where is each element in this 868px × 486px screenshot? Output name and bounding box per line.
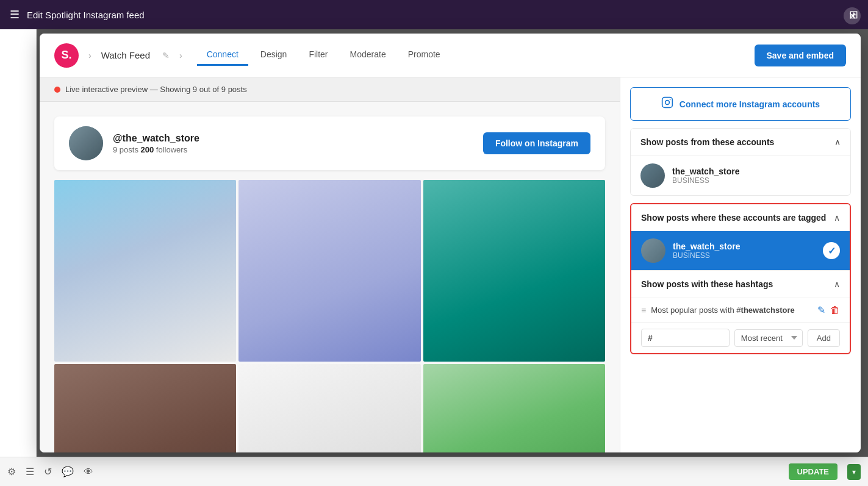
sidebar	[0, 29, 37, 457]
edit-hashtag-icon[interactable]: ✎	[817, 304, 825, 316]
account-username: @the_watch_store	[113, 133, 483, 144]
top-bar: ☰ Edit Spotlight Instagram feed ⊞	[0, 0, 868, 29]
photo-watch-hand	[239, 364, 420, 452]
history-icon[interactable]: ↺	[44, 466, 52, 477]
photo-hand-water	[423, 180, 605, 362]
check-circle-icon: ✓	[823, 242, 840, 259]
tab-promote[interactable]: Promote	[398, 45, 450, 66]
photo-cell-5	[239, 364, 420, 452]
account-header: @the_watch_store 9 posts 200 followers F…	[54, 116, 605, 170]
right-panel: Connect more Instagram accounts Show pos…	[620, 77, 861, 452]
layers-icon[interactable]: ☰	[26, 466, 34, 477]
tab-design[interactable]: Design	[251, 45, 297, 66]
edit-feed-name-icon[interactable]: ✎	[162, 51, 170, 60]
account-info: @the_watch_store 9 posts 200 followers	[113, 133, 483, 154]
live-preview-text: Live interactive preview — Showing 9 out…	[65, 85, 247, 94]
preview-pane: Live interactive preview — Showing 9 out…	[40, 77, 620, 452]
account-item-tagged-selected[interactable]: the_watch_store BUSINESS ✓	[631, 231, 850, 270]
connect-accounts-label: Connect more Instagram accounts	[680, 99, 820, 109]
account-item-name-from: the_watch_store	[672, 166, 841, 176]
account-item-info-tagged: the_watch_store BUSINESS	[673, 241, 816, 260]
show-posts-tagged-header[interactable]: Show posts where these accounts are tagg…	[631, 204, 850, 231]
bottom-bar: ⚙ ☰ ↺ 💬 👁 UPDATE ▾	[0, 457, 868, 486]
brand-logo: S.	[54, 43, 79, 68]
account-avatar	[69, 126, 103, 160]
account-item-info-from: the_watch_store BUSINESS	[672, 166, 841, 185]
follow-instagram-button[interactable]: Follow on Instagram	[483, 132, 590, 154]
svg-rect-0	[662, 98, 673, 108]
tab-moderate[interactable]: Moderate	[340, 45, 396, 66]
account-item-avatar-tagged	[641, 238, 665, 263]
account-item-from: the_watch_store BUSINESS	[631, 155, 850, 195]
show-posts-from-chevron: ∧	[834, 137, 841, 147]
hashtag-tag: thewatchstore	[741, 306, 795, 315]
account-item-type-from: BUSINESS	[672, 176, 841, 185]
breadcrumb-arrow-2: ›	[179, 51, 182, 60]
show-posts-from-header[interactable]: Show posts from these accounts ∧	[631, 129, 850, 155]
nav-tabs: Connect Design Filter Moderate Promote	[197, 45, 745, 66]
show-posts-tagged-title: Show posts where these accounts are tagg…	[641, 213, 826, 223]
settings-icon[interactable]: ⚙	[7, 466, 16, 477]
svg-point-1	[665, 101, 670, 105]
hashtag-input-wrap: #	[641, 329, 730, 347]
photo-grid	[54, 180, 605, 452]
instagram-icon	[661, 96, 673, 112]
photo-man	[54, 180, 236, 362]
add-hashtag-button[interactable]: Add	[808, 329, 840, 347]
hashtag-text: Most popular posts with #thewatchstore	[651, 306, 812, 315]
breadcrumb-arrow: ›	[88, 51, 91, 60]
account-item-avatar-from	[640, 163, 665, 188]
photo-cell-3	[423, 180, 605, 362]
eye-icon[interactable]: 👁	[84, 466, 93, 477]
sort-select[interactable]: Most recent Most popular Random	[734, 329, 803, 347]
close-button[interactable]: ✕	[844, 7, 861, 24]
photo-piano	[54, 364, 236, 452]
modal: S. › Watch Feed ✎ › Connect Design Filte…	[40, 34, 861, 452]
show-posts-tagged-section: Show posts where these accounts are tagg…	[630, 203, 851, 354]
photo-woman-hat	[239, 180, 420, 362]
photo-cell-1	[54, 180, 236, 362]
connect-instagram-button[interactable]: Connect more Instagram accounts	[630, 87, 851, 121]
account-item-name-tagged: the_watch_store	[673, 241, 816, 251]
tab-connect[interactable]: Connect	[197, 45, 248, 66]
hashtag-row: ≡ Most popular posts with #thewatchstore…	[631, 298, 850, 322]
delete-hashtag-icon[interactable]: 🗑	[830, 305, 840, 316]
update-arrow-button[interactable]: ▾	[847, 464, 861, 480]
avatar-image	[69, 126, 103, 160]
feed-preview: @the_watch_store 9 posts 200 followers F…	[40, 102, 620, 452]
drag-icon[interactable]: ≡	[641, 306, 646, 315]
live-preview-bar: Live interactive preview — Showing 9 out…	[40, 77, 620, 102]
show-posts-from-section: Show posts from these accounts ∧ the_wat…	[630, 128, 851, 196]
live-dot	[54, 87, 60, 93]
account-item-type-tagged: BUSINESS	[673, 251, 816, 260]
hamburger-icon[interactable]: ☰	[10, 8, 20, 21]
photo-cell-6	[423, 364, 605, 452]
photo-woman-orange	[423, 364, 605, 452]
comment-icon[interactable]: 💬	[62, 466, 74, 477]
modal-header: S. › Watch Feed ✎ › Connect Design Filte…	[40, 34, 861, 77]
hash-symbol: #	[648, 333, 653, 343]
show-posts-hashtag-title: Show posts with these hashtags	[641, 279, 773, 289]
tab-filter[interactable]: Filter	[299, 45, 337, 66]
top-bar-title: Edit Spotlight Instagram feed	[27, 10, 842, 20]
account-stats: 9 posts 200 followers	[113, 145, 483, 154]
show-posts-hashtag-chevron: ∧	[834, 279, 840, 289]
hashtag-prefix: Most popular posts with #	[651, 306, 741, 315]
feed-name-label: Watch Feed	[101, 50, 150, 60]
update-button[interactable]: UPDATE	[789, 463, 838, 480]
modal-body: Live interactive preview — Showing 9 out…	[40, 77, 861, 452]
hashtag-input[interactable]	[655, 334, 704, 343]
show-posts-from-title: Show posts from these accounts	[640, 137, 774, 147]
photo-cell-4	[54, 364, 236, 452]
show-posts-tagged-chevron: ∧	[834, 213, 840, 223]
save-embed-button[interactable]: Save and embed	[755, 45, 847, 66]
add-hashtag-row: # Most recent Most popular Random Add	[631, 322, 850, 353]
svg-point-2	[670, 99, 671, 101]
photo-cell-2	[239, 180, 420, 362]
show-posts-hashtag-header[interactable]: Show posts with these hashtags ∧	[631, 270, 850, 298]
